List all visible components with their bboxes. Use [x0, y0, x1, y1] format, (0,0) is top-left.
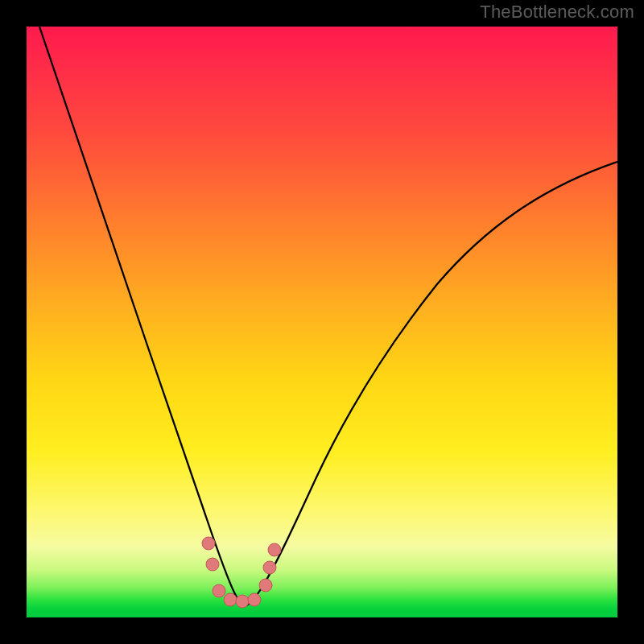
marker-dot	[236, 595, 249, 608]
chart-stage: TheBottleneck.com	[0, 0, 644, 644]
marker-dot	[202, 537, 215, 550]
marker-dot	[206, 558, 219, 571]
marker-dot	[248, 593, 261, 606]
marker-dot	[263, 561, 276, 574]
marker-dot	[213, 584, 225, 597]
marker-dot	[268, 543, 281, 556]
trough-markers	[202, 537, 281, 608]
curve-layer	[27, 27, 617, 617]
marker-dot	[259, 579, 272, 592]
marker-dot	[224, 593, 237, 606]
curve-right-branch	[244, 162, 617, 606]
watermark-text: TheBottleneck.com	[480, 2, 634, 23]
plot-area	[27, 27, 617, 617]
curve-left-branch	[39, 27, 244, 606]
